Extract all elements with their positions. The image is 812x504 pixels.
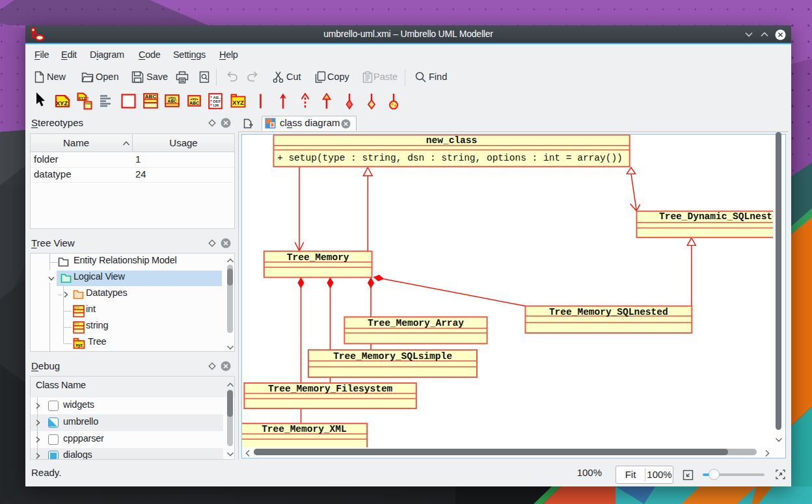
- svg-text:XYZ: XYZ: [78, 96, 86, 100]
- svg-text:ABC: ABC: [74, 306, 81, 310]
- svg-text:ABC: ABC: [189, 101, 199, 105]
- svg-text:ABC: ABC: [74, 323, 81, 326]
- svg-text:XYZ: XYZ: [232, 99, 244, 106]
- svg-text:ABC: ABC: [167, 99, 176, 103]
- svg-text:XYZ: XYZ: [56, 99, 68, 107]
- svg-text:IJK: IJK: [213, 103, 220, 107]
- svg-text:xyz: xyz: [75, 343, 83, 348]
